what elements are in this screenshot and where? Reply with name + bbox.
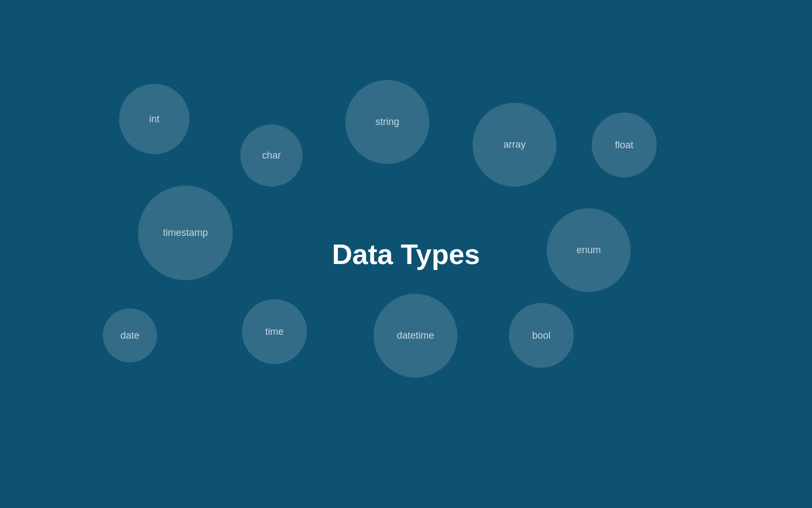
bubble-enum[interactable]: enum: [547, 208, 631, 292]
bubble-date-label: date: [120, 330, 139, 341]
bubble-array[interactable]: array: [473, 103, 556, 187]
bubble-float[interactable]: float: [592, 113, 657, 177]
bubble-array-label: array: [503, 139, 526, 150]
bubble-int-label: int: [149, 114, 159, 125]
bubble-datetime-label: datetime: [397, 330, 434, 341]
bubble-time[interactable]: time: [242, 299, 307, 364]
bubble-enum-label: enum: [577, 245, 601, 256]
main-canvas: int char string array float timestamp en…: [0, 0, 812, 508]
bubble-timestamp[interactable]: timestamp: [138, 186, 233, 280]
bubble-char-label: char: [262, 150, 281, 161]
bubble-char[interactable]: char: [240, 124, 303, 187]
bubble-bool[interactable]: bool: [509, 303, 574, 368]
bubble-timestamp-label: timestamp: [163, 227, 208, 239]
bubble-string[interactable]: string: [345, 80, 429, 164]
bubble-int[interactable]: int: [119, 84, 189, 154]
bubble-date[interactable]: date: [103, 308, 157, 362]
bubble-string-label: string: [375, 116, 399, 128]
bubble-float-label: float: [615, 140, 633, 151]
bubble-datetime[interactable]: datetime: [374, 294, 457, 378]
bubble-time-label: time: [265, 326, 284, 338]
page-title: Data Types: [332, 238, 480, 271]
bubble-bool-label: bool: [532, 330, 551, 341]
